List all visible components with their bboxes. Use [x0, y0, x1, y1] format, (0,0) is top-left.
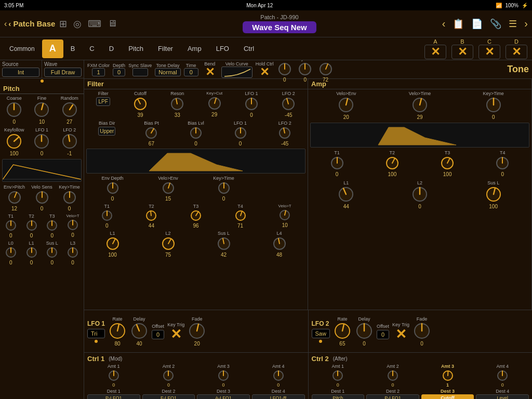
pitch-velo-time-knob[interactable]: Velo>T 0	[63, 214, 83, 238]
hold-ctrl-x[interactable]: ✕	[256, 66, 273, 78]
patch-name-box[interactable]: Wave Seq New	[243, 21, 316, 33]
pitch-t3-knob[interactable]: T3 0	[43, 214, 62, 238]
bias-pt-knob[interactable]: Bias Pt 67	[130, 121, 174, 147]
ctrl2-dest2-btn[interactable]: P-LFO1	[366, 394, 419, 399]
amp-l2-knob[interactable]: L2 0	[384, 180, 456, 209]
coarse-knob[interactable]: Coarse 0	[1, 96, 27, 125]
fxm-color-value[interactable]: 1	[92, 68, 104, 76]
filter-l4-knob[interactable]: L4 48	[252, 231, 307, 258]
depth-value[interactable]: 0	[113, 68, 125, 76]
bend-x[interactable]: ✕	[202, 66, 218, 78]
filter-lfo2-knob[interactable]: LFO 2 -45	[271, 91, 307, 118]
ctrl1-dest1-btn[interactable]: P-LFO1	[87, 394, 140, 399]
amp-t2-knob[interactable]: T2 100	[365, 150, 419, 177]
tab-filter[interactable]: Filter	[151, 39, 180, 58]
lfo1-delay-knob[interactable]: Delay 40	[130, 316, 149, 347]
amp-susl-knob[interactable]: Sus L 100	[457, 180, 529, 209]
ctrl2-dest4-btn[interactable]: Level	[476, 394, 529, 399]
ctrl1-dest4-btn[interactable]: LFO1-R	[252, 394, 305, 399]
pitch-l1-knob[interactable]: L1 0	[22, 241, 42, 265]
tab-ctrl[interactable]: Ctrl	[236, 39, 261, 58]
pitch-l3-knob[interactable]: L3 0	[63, 241, 83, 265]
bias-lvl-knob[interactable]: Bias Lvl 0	[174, 121, 218, 147]
amp-t3-knob[interactable]: T3 100	[421, 150, 474, 177]
tab-pitch[interactable]: Pitch	[121, 39, 151, 58]
lfo1-fade-knob[interactable]: Fade 20	[188, 316, 206, 347]
lfo2-rate-knob[interactable]: Rate 65	[333, 316, 352, 347]
sync-slave-value[interactable]	[132, 68, 148, 76]
lfo2-delay-knob[interactable]: Delay 0	[355, 316, 374, 347]
amp-velo-env-knob[interactable]: Velo>Env 20	[310, 91, 382, 120]
random-knob[interactable]: Random 27	[57, 96, 83, 125]
filter-key-time-knob[interactable]: Key>Time 0	[196, 176, 251, 202]
nav-icon-keyboard[interactable]: ⌨	[88, 18, 101, 30]
bias-dir-param[interactable]: Bias Dir Upper	[85, 121, 129, 147]
pitch-l0-knob[interactable]: L0 0	[1, 241, 21, 265]
lfo2-wave[interactable]: Saw	[312, 329, 330, 338]
bias-lfo2-knob[interactable]: LFO 2 -45	[263, 121, 307, 147]
filter-t4-knob[interactable]: T4 71	[219, 204, 262, 229]
nav-back[interactable]: ‹ ‹ Patch Base	[4, 19, 55, 29]
filter-type[interactable]: Filter LPF	[85, 91, 121, 118]
velo-env-knob[interactable]: Velo>Env 15	[141, 176, 195, 202]
nav-right-paste[interactable]: 📎	[490, 18, 501, 30]
filter-t1-knob[interactable]: T1 0	[85, 204, 129, 229]
nav-right-right[interactable]: ›	[524, 18, 528, 30]
tab-amp[interactable]: Amp	[180, 39, 209, 58]
wave-value[interactable]: Full Draw	[44, 68, 82, 77]
lfo1-offset[interactable]: Offset 0	[152, 324, 164, 339]
nav-right-copy[interactable]: 📄	[471, 18, 483, 30]
ctrl1-dest2-btn[interactable]: F-LFO1	[142, 394, 195, 399]
amp-t4-knob[interactable]: T4 0	[476, 150, 529, 177]
nav-icon-circle[interactable]: ◎	[73, 18, 82, 30]
tab-c[interactable]: C	[82, 39, 101, 58]
filter-l2-knob[interactable]: L2 75	[141, 231, 195, 258]
filter-l1-knob[interactable]: L1 100	[85, 231, 140, 258]
lfo2-offset[interactable]: Offset 0	[377, 324, 389, 339]
filter-t3-knob[interactable]: T3 96	[174, 204, 218, 229]
amp-t1-knob[interactable]: T1 0	[310, 150, 364, 177]
key-time-knob[interactable]: Key>Time 0	[56, 184, 83, 211]
amp-key-time-knob[interactable]: Key>Time 0	[457, 91, 529, 120]
velo-sens-knob[interactable]: Velo Sens 0	[29, 184, 55, 211]
nav-right-menu[interactable]: ☰	[509, 18, 517, 30]
ctrl2-dest1-btn[interactable]: Pitch	[312, 394, 365, 399]
env-depth-knob[interactable]: Env Depth 0	[85, 176, 140, 202]
velo-curve-display[interactable]	[221, 66, 252, 78]
tab-a[interactable]: A	[42, 39, 63, 58]
nav-icon-window[interactable]: ⊞	[59, 18, 67, 30]
filter-velo-time-knob[interactable]: Velo>T 10	[263, 204, 307, 229]
env-pitch-knob[interactable]: Env>Pitch 12	[1, 184, 28, 211]
bias-lfo1-knob[interactable]: LFO 1 0	[219, 121, 262, 147]
key-cutoff-knob[interactable]: Key>Cut 29	[196, 91, 232, 118]
pitch-lfo1-knob[interactable]: LFO 1 0	[29, 127, 55, 156]
ctrl1-dest3-btn[interactable]: A-LFO1	[197, 394, 250, 399]
filter-t2-knob[interactable]: T2 44	[130, 204, 174, 229]
lfo1-wave[interactable]: Tri	[87, 329, 105, 338]
amp-velo-time-knob[interactable]: Velo>Time 29	[384, 91, 456, 120]
lfo2-key-trig[interactable]: Key Trig ✕	[392, 322, 409, 341]
ctrl2-dest3-btn[interactable]: Cutoff	[421, 394, 474, 399]
lfo1-key-trig[interactable]: Key Trig ✕	[167, 322, 184, 341]
tab-common[interactable]: Common	[2, 39, 42, 58]
keyfollow-knob[interactable]: Keyfollow 100	[1, 127, 27, 156]
lfo1-rate-knob[interactable]: Rate 80	[108, 316, 127, 347]
fine-knob[interactable]: Fine 10	[29, 96, 55, 125]
pitch-lfo2-knob[interactable]: LFO 2 -1	[57, 127, 83, 156]
amp-l1-knob[interactable]: L1 44	[310, 180, 382, 209]
tab-d[interactable]: D	[102, 39, 121, 58]
nav-right-save[interactable]: 📋	[453, 18, 464, 30]
tab-b[interactable]: B	[63, 39, 83, 58]
filter-susl-knob[interactable]: Sus L 42	[196, 231, 251, 258]
nav-right-left[interactable]: ‹	[442, 18, 446, 30]
pitch-susl-knob[interactable]: Sus L 0	[43, 241, 62, 265]
time-value[interactable]: 0	[184, 68, 198, 76]
cutoff-knob[interactable]: Cutoff 39	[122, 91, 158, 118]
pitch-t1-knob[interactable]: T1 0	[1, 214, 21, 238]
tab-lfo[interactable]: LFO	[209, 39, 236, 58]
source-value[interactable]: Int	[2, 68, 39, 77]
nav-icon-screen[interactable]: 🖥	[108, 18, 117, 30]
lfo2-fade-knob[interactable]: Fade 0	[413, 316, 431, 347]
filter-lfo1-knob[interactable]: LFO 1 0	[233, 91, 269, 118]
tone-delay-value[interactable]: Normal	[155, 68, 180, 76]
